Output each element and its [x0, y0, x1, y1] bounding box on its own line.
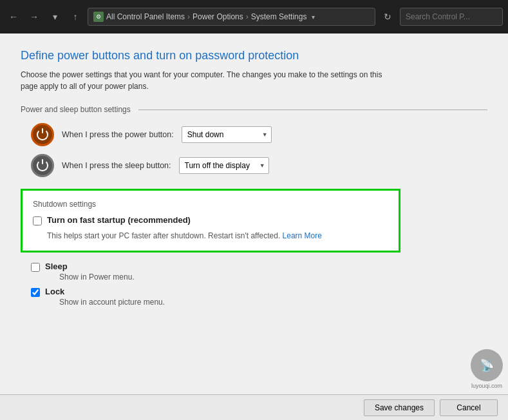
power-button-dropdown[interactable]: Do nothing Sleep Hibernate Shut down Tur… — [182, 126, 272, 143]
address-bar[interactable]: ⚙ All Control Panel Items › Power Option… — [88, 8, 375, 26]
power-button-dropdown-wrapper: Do nothing Sleep Hibernate Shut down Tur… — [182, 126, 272, 143]
sleep-show-checkbox[interactable] — [31, 263, 40, 272]
sleep-show-row: Sleep Show in Power menu. — [31, 262, 487, 282]
page-description: Choose the power settings that you want … — [21, 69, 394, 92]
breadcrumb-part2: Power Options — [193, 12, 243, 21]
fast-startup-description: This helps start your PC faster after sh… — [47, 231, 388, 242]
shutdown-section-label: Shutdown settings — [33, 200, 388, 209]
sleep-button-dropdown-wrapper: Do nothing Sleep Hibernate Shut down Tur… — [179, 157, 269, 174]
sleep-show-desc: Show in Power menu. — [59, 272, 135, 282]
fast-startup-checkbox[interactable] — [33, 216, 42, 225]
lock-row: Lock Show in account picture menu. — [31, 287, 487, 307]
fast-startup-row: Turn on fast startup (recommended) — [33, 215, 388, 225]
cancel-button[interactable]: Cancel — [440, 399, 498, 416]
sleep-show-label[interactable]: Sleep — [45, 262, 68, 271]
control-panel-icon: ⚙ — [93, 12, 104, 22]
breadcrumb-part3: System Settings — [251, 12, 307, 21]
sleep-button-label: When I press the sleep button: — [62, 161, 171, 170]
address-chevron-icon: ▾ — [312, 14, 315, 21]
titlebar: ← → ▾ ↑ ⚙ All Control Panel Items › Powe… — [0, 0, 508, 33]
page-title: Define power buttons and turn on passwor… — [21, 49, 487, 62]
fast-startup-label[interactable]: Turn on fast startup (recommended) — [47, 215, 191, 225]
separator1: › — [187, 12, 190, 21]
learn-more-link[interactable]: Learn More — [283, 231, 322, 240]
power-button-label: When I press the power button: — [62, 130, 174, 139]
sleep-button-dropdown[interactable]: Do nothing Sleep Hibernate Shut down Tur… — [179, 157, 269, 174]
watermark: 📡 luyouqi.com — [471, 349, 503, 389]
lock-desc: Show in account picture menu. — [59, 298, 165, 307]
back-button[interactable]: ← — [5, 8, 22, 25]
separator2: › — [246, 12, 249, 21]
lock-checkbox[interactable] — [31, 288, 40, 297]
power-button-icon — [31, 123, 54, 146]
breadcrumb-part1: All Control Panel Items — [106, 12, 185, 21]
power-button-row: When I press the power button: Do nothin… — [31, 123, 487, 146]
power-sleep-section-label: Power and sleep button settings — [21, 105, 487, 114]
bottom-bar: Save changes Cancel — [0, 394, 508, 420]
refresh-button[interactable]: ↻ — [379, 8, 396, 25]
search-input[interactable] — [400, 8, 503, 26]
lock-label[interactable]: Lock — [45, 287, 64, 296]
up-button[interactable]: ↑ — [67, 8, 84, 25]
shutdown-settings-box: Shutdown settings Turn on fast startup (… — [21, 189, 400, 253]
forward-button[interactable]: → — [26, 8, 42, 25]
sleep-button-icon — [31, 154, 54, 177]
save-changes-button[interactable]: Save changes — [364, 399, 435, 416]
sleep-button-row: When I press the sleep button: Do nothin… — [31, 154, 487, 177]
watermark-icon: 📡 — [471, 349, 503, 381]
dropdown-button[interactable]: ▾ — [46, 8, 63, 25]
watermark-text: luyouqi.com — [471, 383, 503, 389]
main-content: Define power buttons and turn on passwor… — [0, 33, 508, 394]
